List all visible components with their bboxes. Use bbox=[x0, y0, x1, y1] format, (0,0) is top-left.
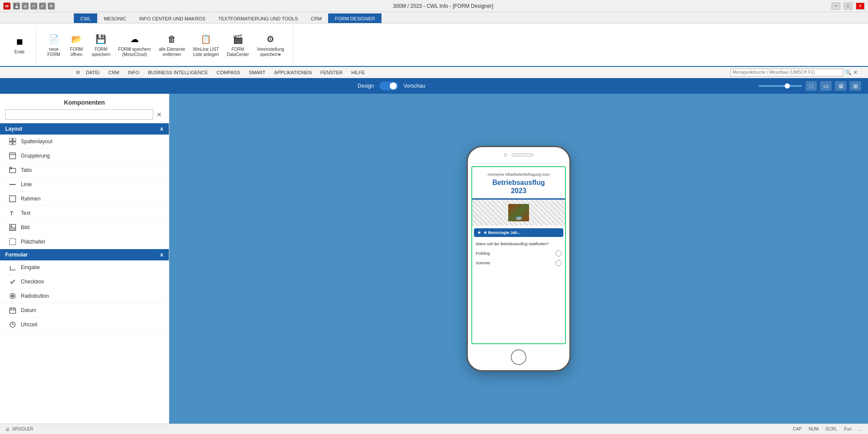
design-preview-toggle[interactable] bbox=[379, 82, 398, 90]
section-layout-header[interactable]: Layout ∧ bbox=[0, 123, 169, 135]
view-tablet-icon[interactable]: ▭ bbox=[820, 81, 832, 91]
form-oeffnen-button[interactable]: 📂 FORMöffnen bbox=[66, 30, 87, 59]
voreinstellung-button[interactable]: ⚙ Voreinstellungspeichern▾ bbox=[253, 30, 288, 59]
undo-quick-icon[interactable]: ↩ bbox=[30, 3, 37, 10]
view-mobile-icon[interactable]: □ bbox=[806, 81, 817, 91]
menu-info[interactable]: INFO bbox=[124, 68, 144, 77]
menu-fenster[interactable]: FENSTER bbox=[316, 68, 347, 77]
sidebar-item-gruppierung[interactable]: Gruppierung bbox=[0, 149, 169, 163]
input-icon: I bbox=[9, 263, 16, 271]
grid-icon bbox=[9, 138, 16, 145]
form-datacenter-button[interactable]: 🎬 FORMDataCenter bbox=[224, 30, 253, 59]
form-image-area bbox=[472, 200, 565, 226]
form-cloud-icon: ☁ bbox=[128, 32, 141, 46]
form-speichern-label: FORMspeichern bbox=[92, 47, 110, 57]
tab-cwl[interactable]: CWL bbox=[74, 13, 97, 23]
section-layout-chevron: ∧ bbox=[160, 126, 164, 132]
radio-option-sommer[interactable]: Sommer bbox=[472, 258, 565, 268]
phone-mockup: Anonyme Mitarbeiterbefragung zum Betrieb… bbox=[467, 146, 571, 372]
neue-form-icon: 📄 bbox=[47, 32, 61, 46]
save-quick-icon[interactable]: 💾 bbox=[13, 3, 20, 10]
eingabe-label: Eingabe bbox=[21, 264, 40, 270]
sidebar-item-spaltenlayout[interactable]: Spaltenlayout bbox=[0, 135, 169, 149]
dropdown-quick-icon[interactable]: ▼ bbox=[48, 3, 55, 10]
sommer-radio[interactable] bbox=[556, 260, 562, 266]
tab-info-center[interactable]: INFO CENTER UND MAKROS bbox=[133, 13, 212, 23]
menu-smart[interactable]: SMART bbox=[244, 68, 270, 77]
tabs-icon bbox=[9, 166, 16, 174]
time-icon bbox=[9, 321, 16, 329]
winline-list-button[interactable]: 📋 WinLine LISTListe anlegen bbox=[190, 30, 223, 59]
status-bar: 🖨 SPOOLER CAP NUM SCRL Fun … bbox=[0, 424, 868, 434]
winline-list-icon: 📋 bbox=[199, 32, 213, 46]
caps-lock-indicator: CAP bbox=[793, 427, 802, 431]
sidebar-item-datum[interactable]: Datum bbox=[0, 303, 169, 318]
tab-mesonic[interactable]: MESONIC bbox=[97, 13, 132, 23]
sidebar-item-checkbox[interactable]: Checkbox bbox=[0, 275, 169, 289]
close-button[interactable]: ✕ bbox=[856, 3, 865, 10]
fun-indicator: Fun bbox=[844, 427, 852, 431]
form-speichern-button[interactable]: 💾 FORMspeichern bbox=[88, 30, 114, 59]
sidebar: Komponenten ✕ Layout ∧ Spaltenlayout Gru… bbox=[0, 94, 169, 424]
form-cloud-button[interactable]: ☁ FORM speichern(MesoCloud) bbox=[115, 30, 155, 59]
phone-home-button[interactable] bbox=[511, 349, 526, 365]
sidebar-item-bild[interactable]: Bild bbox=[0, 220, 169, 235]
menu-search-area: 🔍 ✕ bbox=[730, 69, 858, 76]
print-quick-icon[interactable]: 🖨 bbox=[22, 3, 29, 10]
svg-rect-18 bbox=[10, 308, 16, 313]
menu-crm[interactable]: CRM bbox=[104, 68, 124, 77]
fruhling-radio[interactable] bbox=[556, 250, 562, 256]
tab-crm[interactable]: CRM bbox=[304, 13, 328, 23]
radio-option-fruhling[interactable]: Frühling bbox=[472, 249, 565, 258]
svg-text:I: I bbox=[10, 265, 11, 270]
view-share-icon[interactable]: ⊞ bbox=[850, 81, 861, 91]
sidebar-item-eingabe[interactable]: I Eingabe bbox=[0, 260, 169, 275]
tab-textformatierung[interactable]: TEXTFORMATIERUNG UND TOOLS bbox=[212, 13, 304, 23]
linie-label: Linie bbox=[21, 181, 32, 187]
zoom-slider[interactable] bbox=[759, 85, 802, 87]
menu-bar: ⊞ DATEI CRM INFO BUSINESS INTELLIGENCE C… bbox=[0, 67, 868, 78]
sidebar-search-input[interactable] bbox=[5, 109, 153, 120]
text-label: Text bbox=[21, 210, 30, 216]
check-quick-icon[interactable]: ✔ bbox=[39, 3, 46, 10]
title-bar: W 💾 🖨 ↩ ✔ ▼ 300M / 2023 - CWL Info - [FO… bbox=[0, 0, 868, 12]
panel-toggle-icon[interactable]: ⊞ bbox=[74, 69, 82, 76]
phone-speaker bbox=[504, 153, 533, 157]
menu-datei[interactable]: DATEI bbox=[82, 68, 104, 77]
menu-close-icon[interactable]: ✕ bbox=[853, 69, 858, 76]
radiobutton-label: Radiobutton bbox=[21, 293, 49, 299]
menu-bi[interactable]: BUSINESS INTELLIGENCE bbox=[144, 68, 212, 77]
section-formular-header[interactable]: Formular ∧ bbox=[0, 249, 169, 260]
neue-form-button[interactable]: 📄 neueFORM bbox=[43, 30, 65, 59]
zoom-knob bbox=[785, 83, 790, 89]
datum-label: Datum bbox=[21, 307, 36, 313]
winline-list-label: WinLine LISTListe anlegen bbox=[193, 47, 219, 57]
sidebar-item-linie[interactable]: Linie bbox=[0, 178, 169, 192]
tabs-label: Tabs bbox=[21, 167, 32, 173]
menu-applikationen[interactable]: APPLIKATIONEN bbox=[270, 68, 316, 77]
ende-label: Ende bbox=[14, 49, 24, 55]
minimize-button[interactable]: ─ bbox=[832, 3, 840, 10]
sidebar-item-rahmen[interactable]: Rahmen bbox=[0, 192, 169, 206]
tab-form-designer[interactable]: FORM DESIGNER bbox=[328, 13, 381, 23]
form-oeffnen-label: FORMöffnen bbox=[70, 47, 82, 57]
alle-elemente-button[interactable]: 🗑 alle Elementeentfernen bbox=[155, 30, 189, 59]
sidebar-item-uhrzeit[interactable]: Uhrzeit bbox=[0, 318, 169, 332]
sidebar-clear-button[interactable]: ✕ bbox=[155, 110, 164, 119]
view-desktop-icon[interactable]: 🖥 bbox=[835, 81, 846, 91]
star-icon: ★ bbox=[477, 230, 481, 235]
menu-search-input[interactable] bbox=[730, 69, 843, 76]
sidebar-item-radiobutton[interactable]: Radiobutton bbox=[0, 289, 169, 303]
menu-compass[interactable]: COMPASS bbox=[212, 68, 244, 77]
sidebar-item-text[interactable]: T Text bbox=[0, 206, 169, 220]
ribbon-group-form: 📄 neueFORM 📂 FORMöffnen 💾 FORMspeichern … bbox=[38, 26, 293, 64]
sidebar-item-tabs[interactable]: Tabs bbox=[0, 163, 169, 178]
sidebar-item-platzhalter[interactable]: Platzhalter bbox=[0, 235, 169, 249]
spooler-icon: 🖨 bbox=[5, 427, 10, 431]
form-subtitle: Anonyme Mitarbeiterbefragung zum bbox=[477, 172, 561, 178]
maximize-button[interactable]: □ bbox=[844, 3, 852, 10]
phone-content[interactable]: Anonyme Mitarbeiterbefragung zum Betrieb… bbox=[471, 166, 566, 344]
ende-button[interactable]: ⏹ Ende bbox=[9, 33, 30, 56]
ribbon: ⏹ Ende 📄 neueFORM 📂 FORMöffnen 💾 FORMspe… bbox=[0, 23, 868, 67]
menu-hilfe[interactable]: HILFE bbox=[347, 68, 369, 77]
